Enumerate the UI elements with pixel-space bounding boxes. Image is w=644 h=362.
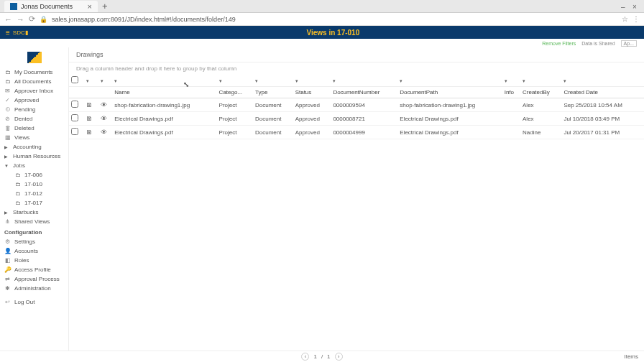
sidebar-item-logout[interactable]: ↩Log Out bbox=[0, 297, 68, 307]
trash-icon: 🗑 bbox=[4, 125, 11, 131]
sidebar-item-settings[interactable]: ⚙Settings bbox=[0, 237, 68, 246]
filter-icon[interactable]: ▾ bbox=[400, 78, 402, 83]
row-checkbox[interactable] bbox=[71, 114, 78, 121]
browser-tab-strip: Jonas Documents × + – × bbox=[0, 0, 644, 13]
view-icon[interactable]: 👁 bbox=[101, 129, 107, 136]
forward-button[interactable]: → bbox=[17, 15, 24, 24]
browser-menu-icon[interactable]: ⋮ bbox=[632, 15, 640, 23]
document-icon[interactable]: 🗎 bbox=[86, 115, 93, 122]
share-icon: ⋔ bbox=[4, 218, 11, 225]
window-close-icon[interactable]: × bbox=[632, 3, 640, 10]
app-logo bbox=[27, 52, 42, 63]
inbox-icon: ✉ bbox=[4, 88, 11, 94]
back-button[interactable]: ← bbox=[4, 15, 12, 24]
sidebar-item-starbucks[interactable]: ▶Starbucks bbox=[0, 208, 68, 217]
col-info[interactable]: Info bbox=[502, 87, 520, 98]
url-text[interactable]: sales.jonasapp.com:8091/JD/index.html#!/… bbox=[52, 16, 617, 23]
new-tab-button[interactable]: + bbox=[102, 1, 108, 11]
sidebar-item-approval-process[interactable]: ⇄Approval Process bbox=[0, 274, 68, 284]
sidebar-item-label: Roles bbox=[14, 257, 29, 264]
filter-icon[interactable]: ▾ bbox=[295, 78, 298, 83]
cell-status: Approved bbox=[293, 126, 331, 139]
view-icon[interactable]: 👁 bbox=[101, 101, 107, 108]
browser-tab[interactable]: Jonas Documents × bbox=[4, 1, 98, 12]
sidebar-item-hr[interactable]: ▶Human Resources bbox=[0, 152, 68, 161]
cell-doc-number: 0000009594 bbox=[331, 98, 397, 112]
filter-icon[interactable]: ▾ bbox=[101, 78, 104, 83]
row-checkbox[interactable] bbox=[71, 101, 78, 108]
sidebar-item-pending[interactable]: ⏲Pending bbox=[0, 105, 68, 114]
sidebar-item-label: 17-017 bbox=[24, 200, 42, 206]
group-by-hint[interactable]: Drag a column header and drop it here to… bbox=[69, 62, 644, 75]
status-row: Remove Filters Data is Shared Ap... bbox=[0, 39, 644, 47]
sidebar-item-roles[interactable]: ◧Roles bbox=[0, 256, 68, 265]
sidebar-item-administration[interactable]: ✱Administration bbox=[0, 284, 68, 293]
data-shared-label: Data is Shared bbox=[581, 41, 615, 46]
filter-icon[interactable]: ▾ bbox=[114, 78, 117, 83]
filter-icon[interactable]: ▾ bbox=[219, 78, 222, 83]
sidebar-item-jobs[interactable]: ▼Jobs bbox=[0, 161, 68, 170]
filter-icon[interactable]: ▾ bbox=[564, 78, 566, 83]
sidebar-item-label: Log Out bbox=[14, 299, 34, 305]
next-page-button[interactable]: › bbox=[335, 353, 343, 361]
col-doc-path[interactable]: DocumentPath bbox=[397, 87, 502, 98]
filter-icon[interactable]: ▾ bbox=[333, 78, 336, 83]
sidebar-item-accounts[interactable]: 👤Accounts bbox=[0, 246, 68, 256]
sidebar-item-job-012[interactable]: 🗀17-012 bbox=[0, 189, 68, 198]
filter-icon[interactable]: ▾ bbox=[255, 78, 258, 83]
col-type[interactable]: Type bbox=[253, 87, 293, 98]
page-title: Views in 17-010 bbox=[306, 29, 359, 37]
remove-filters-link[interactable]: Remove Filters bbox=[542, 41, 576, 46]
sidebar-item-access-profile[interactable]: 🔑Access Profile bbox=[0, 265, 68, 274]
document-table: ▾ ▾ ▾ ▾ ▾ ▾ ▾ ▾ ▾ ▾ ▾ Name bbox=[69, 75, 644, 351]
sidebar-item-views[interactable]: ▦Views bbox=[0, 133, 68, 142]
star-icon[interactable]: ☆ bbox=[622, 15, 628, 23]
row-checkbox[interactable] bbox=[71, 128, 78, 135]
document-icon[interactable]: 🗎 bbox=[86, 101, 93, 108]
document-icon[interactable]: 🗎 bbox=[86, 129, 93, 136]
table-row[interactable]: 🗎👁shop-fabrication-drawing1.jpgProjectDo… bbox=[69, 98, 644, 112]
sidebar-item-job-017[interactable]: 🗀17-017 bbox=[0, 198, 68, 208]
col-name[interactable]: Name bbox=[112, 87, 216, 98]
hamburger-icon[interactable]: ≡ bbox=[6, 29, 10, 37]
filter-icon[interactable]: ▾ bbox=[86, 78, 89, 83]
chevron-right-icon: ▶ bbox=[4, 154, 9, 159]
sidebar-item-job-010[interactable]: 🗀17-010 bbox=[0, 180, 68, 189]
cell-info bbox=[502, 126, 520, 139]
sidebar-item-shared-views[interactable]: ⋔Shared Views bbox=[0, 217, 68, 226]
cell-doc-path: Electrical Drawings.pdf bbox=[397, 112, 502, 126]
sidebar-item-approved[interactable]: ✓Approved bbox=[0, 96, 68, 105]
minimize-icon[interactable]: – bbox=[621, 3, 628, 10]
table-row[interactable]: 🗎👁Electrical Drawings.pdfProjectDocument… bbox=[69, 112, 644, 126]
cell-name: shop-fabrication-drawing1.jpg bbox=[112, 98, 216, 112]
sidebar-item-my-documents[interactable]: 🗀My Documents bbox=[0, 68, 68, 77]
col-created-date[interactable]: Created Date bbox=[561, 87, 644, 98]
close-tab-icon[interactable]: × bbox=[88, 2, 92, 11]
cell-info bbox=[502, 112, 520, 126]
sidebar-item-label: All Documents bbox=[14, 78, 52, 85]
col-created-by[interactable]: CreatedBy bbox=[520, 87, 561, 98]
sidebar-section-config: Configuration bbox=[0, 226, 68, 237]
select-all-checkbox[interactable] bbox=[71, 76, 78, 83]
sidebar-item-label: Accounting bbox=[13, 144, 42, 150]
view-icon[interactable]: 👁 bbox=[101, 115, 107, 122]
col-doc-number[interactable]: DocumentNumber bbox=[331, 87, 397, 98]
app-header: ≡ SDC▮ Views in 17-010 bbox=[0, 26, 644, 39]
table-row[interactable]: 🗎👁Electrical Drawings.pdfProjectDocument… bbox=[69, 126, 644, 139]
sidebar-item-all-documents[interactable]: 🗀All Documents bbox=[0, 77, 68, 86]
cell-info bbox=[502, 98, 520, 112]
sidebar-item-approver-inbox[interactable]: ✉Approver Inbox bbox=[0, 86, 68, 96]
sidebar-item-deleted[interactable]: 🗑Deleted bbox=[0, 124, 68, 133]
filter-icon[interactable]: ▾ bbox=[505, 78, 507, 83]
reload-button[interactable]: ⟳ bbox=[29, 14, 35, 24]
filter-icon[interactable]: ▾ bbox=[523, 78, 525, 83]
col-category[interactable]: Catego... bbox=[217, 87, 253, 98]
page-sep: / bbox=[321, 353, 323, 360]
sidebar-item-job-006[interactable]: 🗀17-006 bbox=[0, 170, 68, 180]
col-status[interactable]: Status bbox=[293, 87, 331, 98]
prev-page-button[interactable]: ‹ bbox=[301, 353, 309, 361]
cell-category: Project bbox=[217, 98, 253, 112]
sidebar-item-accounting[interactable]: ▶Accounting bbox=[0, 142, 68, 152]
sidebar-item-denied[interactable]: ⊘Denied bbox=[0, 114, 68, 124]
apply-button[interactable]: Ap... bbox=[621, 40, 637, 47]
